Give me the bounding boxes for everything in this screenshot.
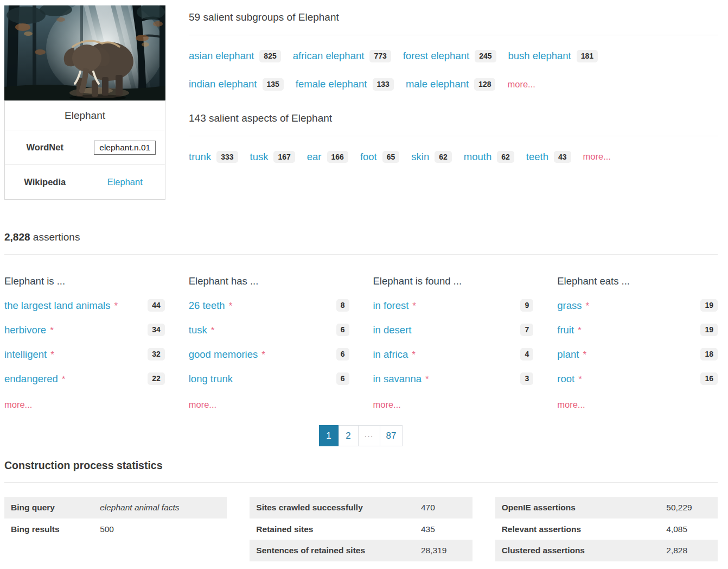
aspect-term-link[interactable]: ear: [307, 151, 322, 163]
stats-value: 2,828: [660, 540, 718, 561]
stats-tables: Bing queryelephant animal factsBing resu…: [4, 497, 718, 561]
assertion-text: endangered*: [4, 373, 65, 385]
tag-item: african elephant773: [293, 50, 391, 62]
aspect-tag-list: trunk333tusk167ear166foot65skin62mouth62…: [189, 151, 704, 163]
stats-label: Retained sites: [250, 519, 414, 540]
stats-heading: Construction process statistics: [4, 459, 718, 472]
aspect-term-link[interactable]: trunk: [189, 151, 211, 163]
page-ellipsis: ···: [358, 425, 380, 446]
subgroup-term-link[interactable]: african elephant: [293, 50, 365, 62]
entity-info-rows: Elephant WordNet elephant.n.01 Wikipedia…: [4, 100, 165, 200]
assertion-text: plant*: [557, 349, 586, 361]
stats-row: Bing results500: [4, 519, 227, 540]
star-indicator: *: [583, 350, 586, 361]
subgroup-term-link[interactable]: asian elephant: [189, 50, 254, 62]
assertion-link[interactable]: good memories: [189, 349, 258, 361]
assertion-link[interactable]: in africa: [373, 349, 408, 361]
top-right-section: 59 salient subgroups of Elephant asian e…: [189, 5, 718, 200]
assertion-column: Elephant eats ...grass*19fruit*19plant*1…: [557, 269, 718, 410]
tag-item: asian elephant825: [189, 50, 281, 62]
assertion-column: Elephant has ...26 teeth*8tusk*6good mem…: [189, 269, 349, 410]
assertion-link[interactable]: the largest land animals: [4, 300, 110, 312]
stats-label: Bing query: [4, 497, 93, 519]
count-badge: 245: [475, 50, 496, 62]
assertion-column: Elephant is found ...in forest*9in deser…: [373, 269, 534, 410]
aspect-term-link[interactable]: teeth: [526, 151, 548, 163]
more-link[interactable]: more...: [507, 79, 535, 90]
tag-item: trunk333: [189, 151, 238, 163]
assertion-link[interactable]: intelligent: [4, 349, 47, 361]
stats-row: Sites crawled successfully470: [250, 497, 472, 519]
divider: [189, 136, 718, 136]
assertion-link[interactable]: 26 teeth: [189, 300, 225, 312]
assertion-link[interactable]: grass: [557, 300, 582, 312]
assertion-item: plant*18: [557, 342, 718, 366]
more-link[interactable]: more...: [557, 400, 718, 410]
more-link[interactable]: more...: [373, 400, 534, 410]
assertion-text: root*: [557, 373, 582, 385]
tag-item: tusk167: [250, 151, 295, 163]
tag-item: skin62: [411, 151, 451, 163]
assertion-count-badge: 44: [148, 299, 165, 312]
subgroup-term-link[interactable]: bush elephant: [508, 50, 571, 62]
page-button-2[interactable]: 2: [339, 425, 359, 446]
aspect-term-link[interactable]: mouth: [464, 151, 491, 163]
assertion-link[interactable]: in desert: [373, 324, 412, 336]
subgroup-term-link[interactable]: female elephant: [296, 78, 367, 90]
subgroup-term-link[interactable]: male elephant: [406, 78, 469, 90]
stats-value: 470: [414, 497, 472, 519]
star-indicator: *: [211, 325, 215, 336]
assertion-link[interactable]: plant: [557, 349, 579, 361]
assertion-column-header: Elephant is found ...: [373, 269, 534, 293]
star-indicator: *: [62, 374, 66, 385]
wordnet-label: WordNet: [27, 142, 63, 153]
stats-row: Bing queryelephant animal facts: [4, 497, 227, 519]
page-button-1[interactable]: 1: [319, 425, 339, 446]
count-badge: 43: [554, 151, 571, 163]
assertion-text: herbivore*: [4, 324, 54, 336]
more-link[interactable]: more...: [189, 400, 349, 410]
tag-item: indian elephant135: [189, 78, 284, 91]
assertion-text: in desert: [373, 324, 412, 336]
assertion-link[interactable]: root: [557, 373, 574, 385]
wikipedia-link[interactable]: Elephant: [107, 177, 143, 187]
page-button-87[interactable]: 87: [380, 425, 403, 446]
assertion-link[interactable]: in forest: [373, 300, 409, 312]
aspect-term-link[interactable]: foot: [360, 151, 377, 163]
assertion-column-header: Elephant has ...: [189, 269, 349, 293]
assertion-link[interactable]: tusk: [189, 324, 207, 336]
assertion-count-badge: 6: [336, 348, 349, 361]
assertion-link[interactable]: fruit: [557, 324, 574, 336]
assertions-heading: 2,828 assertions: [4, 231, 718, 243]
assertion-text: fruit*: [557, 324, 581, 336]
assertion-link[interactable]: long trunk: [189, 373, 233, 385]
more-link[interactable]: more...: [4, 400, 165, 410]
wikipedia-row: Wikipedia Elephant: [5, 165, 165, 199]
subgroup-term-link[interactable]: forest elephant: [403, 50, 469, 62]
count-badge: 167: [273, 151, 295, 163]
assertion-item: tusk*6: [189, 318, 349, 342]
aspect-term-link[interactable]: tusk: [250, 151, 269, 163]
assertion-text: intelligent*: [4, 349, 54, 361]
star-indicator: *: [50, 325, 54, 336]
subgroup-term-link[interactable]: indian elephant: [189, 78, 257, 90]
aspect-term-link[interactable]: skin: [411, 151, 429, 163]
assertion-link[interactable]: endangered: [4, 373, 58, 385]
assertion-count-badge: 4: [520, 348, 533, 361]
divider: [189, 35, 718, 35]
assertion-item: herbivore*34: [4, 318, 165, 342]
star-indicator: *: [578, 325, 582, 336]
assertion-item: the largest land animals*44: [4, 293, 165, 318]
more-link[interactable]: more...: [583, 151, 611, 162]
assertion-link[interactable]: herbivore: [4, 324, 46, 336]
pagination: 12···87: [4, 425, 718, 446]
assertion-item: long trunk6: [189, 366, 349, 391]
stats-label: OpenIE assertions: [495, 497, 660, 519]
stats-value: 28,319: [414, 540, 472, 561]
wordnet-sense-selector[interactable]: elephant.n.01: [94, 141, 156, 155]
tag-item: ear166: [307, 151, 348, 163]
assertion-count-badge: 32: [148, 348, 165, 361]
stats-value: elephant animal facts: [93, 497, 227, 519]
assertion-link[interactable]: in savanna: [373, 373, 422, 385]
tag-item: forest elephant245: [403, 50, 496, 62]
